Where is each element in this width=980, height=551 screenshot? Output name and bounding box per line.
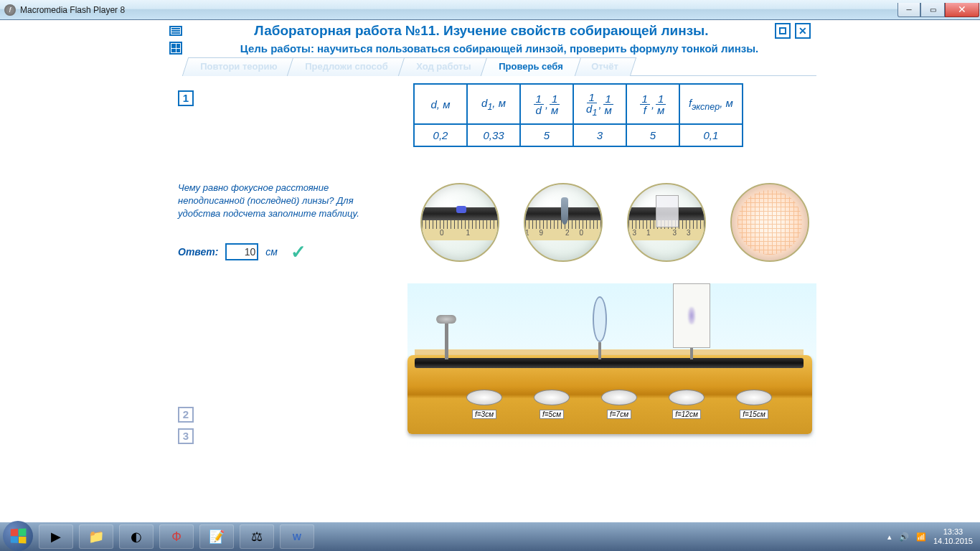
th-d: d, м [414,84,467,124]
step-2[interactable]: 2 [178,407,194,423]
screen-on-bench[interactable] [673,283,710,359]
magnifier-3[interactable]: 31 33 [627,183,706,262]
light-source[interactable] [436,315,456,359]
taskbar-explorer[interactable]: 📁 [79,524,113,549]
check-icon[interactable]: ✓ [291,241,306,263]
tab-report[interactable]: Отчёт [573,57,636,76]
right-panel: d, м d1, м 1d, 1м 1d1, 1м 1f, 1м fэкспер… [407,83,816,457]
cell-d[interactable]: 0,2 [414,124,467,146]
taskbar: ▶ 📁 ◐ Ф 📝 ⚖ W ▴ 🔊 📶 13:33 14.10.2015 [0,522,980,551]
lab-application: Лабораторная работа №11. Изучение свойст… [164,20,816,464]
answer-input[interactable] [225,243,258,260]
lab-title: Лабораторная работа №11. Изучение свойст… [188,23,775,39]
taskbar-app1[interactable]: Ф [159,524,194,549]
close-button[interactable]: ✕ [945,3,979,17]
tray-clock[interactable]: 13:33 14.10.2015 [933,527,973,546]
tab-theory[interactable]: Повтори теорию [182,57,296,76]
tray-arrow-icon[interactable]: ▴ [887,532,892,542]
maximize-button[interactable]: ▭ [920,3,945,17]
th-1f: 1f, 1м [626,84,679,124]
magnifier-2[interactable]: 19 20 21 [524,183,603,262]
lens-slot-4[interactable]: f=12cм [669,390,705,420]
work-area: 1 Чему равно фокусное расстояние неподпи… [164,76,816,464]
lens-slot-5[interactable]: f=15cм [736,390,772,420]
taskbar-notes[interactable]: 📝 [199,524,234,549]
window-titlebar: f Macromedia Flash Player 8 ─ ▭ ✕ [0,0,980,20]
lab-goal: Цель работы: научиться пользоваться соби… [188,42,811,55]
optical-bench: f=3см f=5cм f=7cм f=12cм f=15cм [407,283,816,448]
exit-icon[interactable]: ✕ [795,23,811,39]
tray-volume-icon[interactable]: 🔊 [899,532,909,542]
tab-procedure[interactable]: Ход работы [398,57,489,76]
taskbar-scales[interactable]: ⚖ [240,524,274,549]
tab-test[interactable]: Проверь себя [481,57,581,76]
start-button[interactable] [3,521,33,551]
content-area: Лабораторная работа №11. Изучение свойст… [0,20,980,522]
cell-fexp[interactable]: 0,1 [679,124,743,146]
answer-unit: см [265,246,278,258]
taskbar-chrome[interactable]: ◐ [119,524,154,549]
cell-1f[interactable]: 5 [626,124,679,146]
lab-header: Лабораторная работа №11. Изучение свойст… [164,20,816,42]
taskbar-word[interactable]: W [280,524,314,549]
question-text: Чему равно фокусное расстояние неподписа… [178,182,393,221]
th-fexp: fэкспер, м [679,84,743,124]
step-1[interactable]: 1 [178,90,194,106]
cell-d1[interactable]: 0,33 [467,124,520,146]
step-3[interactable]: 3 [178,428,194,444]
fullscreen-icon[interactable] [775,23,791,39]
answer-row: Ответ: см ✓ [178,241,393,263]
magnifier-4[interactable] [730,183,809,262]
app-icon: f [4,4,16,16]
th-1d: 1d, 1м [520,84,573,124]
taskbar-media[interactable]: ▶ [39,524,73,549]
window-controls: ─ ▭ ✕ [897,3,979,17]
left-panel: 1 Чему равно фокусное расстояние неподпи… [164,83,407,457]
lens-slot-3[interactable]: f=7cм [601,390,637,420]
th-1d1: 1d1, 1м [573,84,626,124]
lens-slot-2[interactable]: f=5cм [534,390,570,420]
calculator-icon[interactable] [169,42,182,55]
cell-1d1[interactable]: 3 [573,124,626,146]
window-title: Macromedia Flash Player 8 [20,5,897,15]
lens-slot-1[interactable]: f=3см [466,390,502,420]
answer-label: Ответ: [178,246,218,258]
tray-network-icon[interactable]: 📶 [916,532,926,542]
tab-method[interactable]: Предложи способ [287,57,406,76]
minimize-button[interactable]: ─ [897,3,920,17]
system-tray: ▴ 🔊 📶 13:33 14.10.2015 [887,527,977,546]
data-table: d, м d1, м 1d, 1м 1d1, 1м 1f, 1м fэкспер… [413,83,743,147]
lab-goal-row: Цель работы: научиться пользоваться соби… [164,42,816,57]
tabs: Повтори теорию Предложи способ Ход работ… [164,57,816,76]
magnifier-row: 0 1 19 20 21 31 33 [420,183,816,262]
lens-on-bench[interactable] [593,296,607,359]
lens-slots: f=3см f=5cм f=7cм f=12cм f=15cм [451,390,788,420]
th-d1: d1, м [467,84,520,124]
menu-icon[interactable] [169,26,182,36]
cell-1d[interactable]: 5 [520,124,573,146]
step-list: 2 3 [178,407,393,444]
magnifier-1[interactable]: 0 1 [420,183,499,262]
